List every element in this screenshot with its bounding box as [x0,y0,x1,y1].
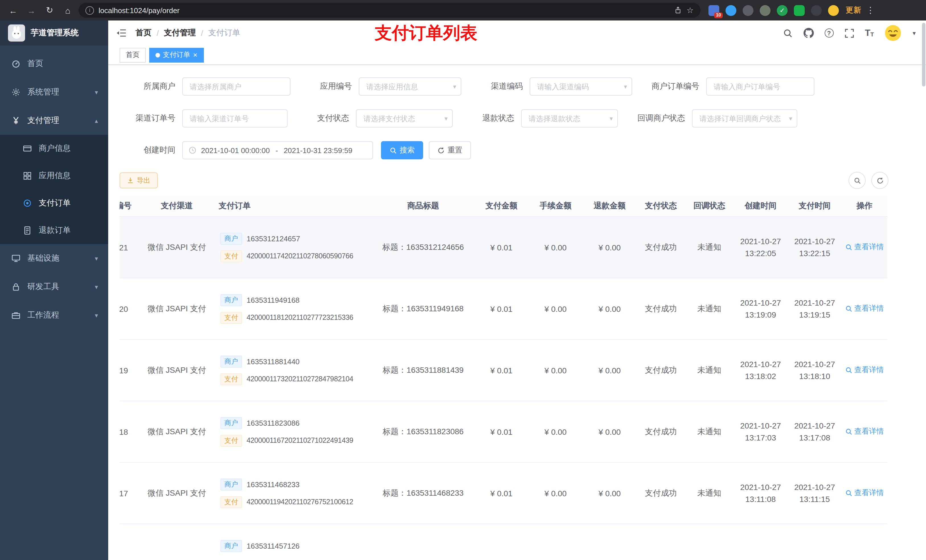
sidebar-item-workflow[interactable]: 工作流程 ▾ [0,301,108,329]
search-button[interactable]: 搜索 [381,141,423,159]
cell-channel: 微信 JSAPI 支付 [136,340,218,401]
page-scrollbar[interactable] [922,23,925,86]
help-icon[interactable]: ? [825,29,834,38]
sidebar-item-dev-tools[interactable]: 研发工具 ▾ [0,273,108,301]
export-button[interactable]: 导出 [120,172,158,189]
extension-icon-4[interactable] [760,5,770,16]
cell-refund: ¥ 0.00 [583,462,637,524]
url-text[interactable]: localhost:1024/pay/order [98,6,670,15]
cell-refund [583,524,637,560]
sidebar-item-refund-order[interactable]: 退款订单 [0,217,108,244]
merchant-order-input[interactable] [706,77,814,96]
column-header: 商品标题 [372,196,474,217]
cell-id [120,524,136,560]
filter-label-notify-status: 回调商户状态 [618,113,692,124]
address-bar[interactable]: i localhost:1024/pay/order ☆ [79,3,701,18]
chevron-up-icon: ▴ [95,117,98,124]
pay-tag: 支付 [220,496,242,508]
close-icon[interactable]: × [193,51,197,59]
sidebar-item-merchant-info[interactable]: 商户信息 [0,135,108,162]
sidebar-item-home[interactable]: 首页 [0,50,108,78]
cell-notify-status: 未通知 [685,462,734,524]
cell-pay-status [637,524,685,560]
extension-icon-1[interactable]: 10 [708,5,719,16]
cell-notify-status: 未通知 [685,340,734,401]
cell-channel: 微信 JSAPI 支付 [136,217,218,278]
extension-icon-8-emoji[interactable] [828,5,839,16]
search-icon[interactable] [783,28,793,38]
browser-reload-button[interactable]: ↻ [42,3,57,18]
cell-id: 19 [120,340,136,401]
cell-fee: ¥ 0.00 [528,340,583,401]
view-detail-link[interactable]: 查看详情 [845,488,884,498]
view-detail-link[interactable]: 查看详情 [845,365,884,375]
cell-action: 查看详情 [842,217,887,278]
sidebar-item-payment[interactable]: 支付管理 ▴ [0,106,108,135]
table-row: 17 微信 JSAPI 支付 商户 1635311468233 支付 42000… [120,462,887,524]
cell-amount: ¥ 0.01 [474,340,528,401]
pay-status-select[interactable] [356,109,453,127]
channel-code-select[interactable] [530,77,632,96]
caret-down-icon[interactable]: ▾ [912,29,916,37]
browser-home-button[interactable]: ⌂ [61,3,75,18]
sidebar-fold-icon[interactable] [116,29,126,38]
sidebar-item-app-info[interactable]: 应用信息 [0,162,108,190]
sidebar-item-infrastructure[interactable]: 基础设施 ▾ [0,244,108,273]
dashboard-icon [11,59,21,68]
breadcrumb-section[interactable]: 支付管理 [164,28,196,38]
view-detail-link[interactable]: 查看详情 [845,303,884,314]
sidebar-item-label: 支付订单 [39,198,71,208]
extension-icon-5[interactable]: ✓ [777,5,788,16]
navbar-right-icons: ? TT ▾ [783,24,916,42]
gear-icon [11,88,21,97]
refund-status-select[interactable] [521,109,618,127]
share-icon[interactable] [675,6,682,14]
view-detail-link[interactable]: 查看详情 [845,427,884,437]
extension-icon-3[interactable] [743,5,754,16]
github-icon[interactable] [803,28,814,38]
breadcrumb-home[interactable]: 首页 [136,28,151,38]
filter-label-channel-order: 渠道订单号 [120,113,182,124]
chevron-down-icon: ▾ [95,255,98,262]
date-range-picker[interactable]: 2021-10-01 00:00:00 - 2021-10-31 23:59:5… [182,141,373,159]
toggle-search-button[interactable] [849,172,865,189]
avatar[interactable] [885,24,902,42]
chrome-menu-icon[interactable]: ⋮ [866,5,875,15]
extension-icon-6[interactable] [794,5,805,16]
tab-home[interactable]: 首页 [120,48,146,62]
cell-create-time: 2021-10-27 13:17:03 [734,401,788,462]
cell-fee: ¥ 0.00 [528,401,583,462]
cell-action [842,524,887,560]
notify-status-select[interactable] [692,109,797,127]
filter-label-app: 应用编号 [291,82,359,92]
app-select[interactable] [359,77,461,96]
cell-action: 查看详情 [842,340,887,401]
sidebar-item-system[interactable]: 系统管理 ▾ [0,78,108,106]
extension-icon-2[interactable] [726,5,736,16]
browser-forward-button[interactable]: → [24,3,39,18]
font-size-icon[interactable]: TT [865,29,874,38]
chrome-update-button[interactable]: 更新 [846,5,862,15]
cell-notify-status: 未通知 [685,278,734,340]
breadcrumb-separator: / [157,29,159,38]
cell-create-time: 2021-10-27 13:19:09 [734,278,788,340]
tab-pay-order[interactable]: 支付订单 × [149,48,204,62]
fullscreen-icon[interactable] [844,28,854,38]
merchant-tag: 商户 [220,540,242,552]
extension-icon-7[interactable] [811,5,822,16]
refresh-button[interactable] [872,172,888,189]
clock-icon [189,146,197,154]
view-detail-link[interactable]: 查看详情 [845,242,884,252]
document-icon [23,226,32,235]
card-icon [23,144,32,153]
active-dot [156,53,160,57]
sidebar-item-pay-order[interactable]: 支付订单 [0,190,108,217]
bookmark-star-icon[interactable]: ☆ [687,6,694,15]
merchant-input[interactable] [182,77,291,96]
browser-back-button[interactable]: ← [6,3,21,18]
site-info-icon[interactable]: i [85,6,94,15]
reset-button[interactable]: 重置 [429,141,471,159]
column-header: 回调状态 [685,196,734,217]
channel-order-input[interactable] [182,109,287,127]
app-logo[interactable]: 芋道管理系统 [0,21,108,45]
